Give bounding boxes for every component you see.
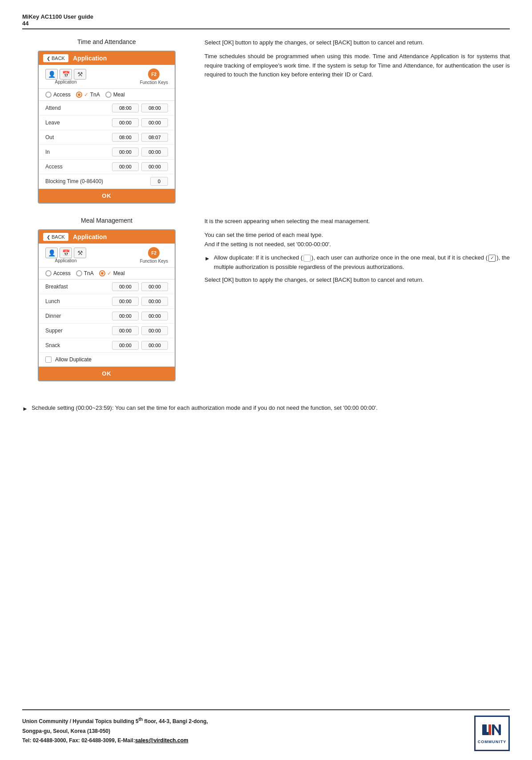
attend-val1[interactable] [112,104,139,112]
schedule-text: Schedule setting (00:00~23:59): You can … [32,404,378,413]
data-row-out: Out [39,130,175,145]
radio-meal-2[interactable]: ✓ Meal [99,270,125,276]
supper-val1[interactable] [112,326,139,335]
breakfast-val1[interactable] [112,282,139,291]
leave-label: Leave [45,120,109,126]
icon-group-left-2: 👤 📅 ⚒ Application [45,248,86,263]
logo-text: COMMUNITY [478,740,507,744]
dinner-val2[interactable] [141,312,168,320]
out-val2[interactable] [141,133,168,142]
icon-calendar: 📅 [60,69,72,80]
back-button-1[interactable]: ❮ BACK [43,54,68,62]
device1-header: ❮ BACK Application [39,52,175,65]
icon-calendar-2: 📅 [60,248,72,258]
device2: ❮ BACK Application 👤 📅 ⚒ [38,229,176,381]
breakfast-label: Breakfast [45,284,109,290]
main-content: Time and Attendance ❮ BACK Application [22,38,510,696]
section1-desc1: Select [OK] button to apply the changes,… [204,38,510,48]
ok-button-1[interactable]: OK [39,189,175,203]
data-row-lunch: Lunch [39,294,175,309]
schedule-bullet-arrow-icon: ► [22,404,28,414]
footer-logo: COMMUNITY [474,716,510,751]
leave-val2[interactable] [141,118,168,127]
section2-desc4: Select [OK] button to apply the changes,… [204,276,510,285]
radio-meal-label-2: Meal [113,270,125,276]
blocking-input[interactable] [150,177,168,186]
in-val2[interactable] [141,148,168,156]
snack-val2[interactable] [141,341,168,350]
allow-duplicate-checkbox[interactable] [45,356,52,363]
doc-title: MiKey AC1100 User guide [22,13,510,20]
allow-duplicate-label: Allow Duplicate [55,356,92,363]
dinner-label: Dinner [45,313,109,319]
ok-button-2[interactable]: OK [39,367,175,380]
doc-header: MiKey AC1100 User guide 44 [22,13,510,29]
schedule-bullet: ► Schedule setting (00:00~23:59): You ca… [22,404,510,414]
data-row-attend: Attend [39,101,175,116]
attend-label: Attend [45,105,109,111]
device1: ❮ BACK Application 👤 📅 ⚒ [38,51,176,204]
leave-val1[interactable] [112,118,139,127]
section1-desc2: Time schedules should be programmed when… [204,52,510,80]
out-val1[interactable] [112,133,139,142]
footer-address: Songpa-gu, Seoul, Korea (138-050) [22,728,110,734]
app-icon-label-1: Application [55,80,77,84]
access-row-label: Access [45,164,109,170]
back-label-1: BACK [52,56,65,61]
supper-val2[interactable] [141,326,168,335]
logo-svg [481,723,503,739]
radio-tna-2[interactable]: TnA [76,270,94,276]
radio-meal-1[interactable]: Meal [105,92,125,98]
section2-desc2: You can set the time period of each meal… [204,231,510,249]
footer: Union Community / Hyundai Topics buildin… [22,709,510,751]
f2-badge-1: F2 [148,68,160,80]
footer-email-link[interactable]: sales@virditech.com [135,737,188,744]
radio-row-1: Access ✓ TnA Meal [39,89,175,101]
section2-right: It is the screen appearing when selectin… [204,217,510,289]
back-chevron-icon: ❮ [47,56,50,61]
bullet-text: Allow duplicate: If it is unchecked (), … [214,253,510,272]
supper-label: Supper [45,328,109,334]
radio-access-1[interactable]: Access [45,92,71,98]
footer-contact: Tel: 02-6488-3000, Fax: 02-6488-3099, E-… [22,737,188,744]
section1-left: Time and Attendance ❮ BACK Application [22,38,191,204]
app-label-2: Application [73,233,107,240]
access-val2[interactable] [141,162,168,171]
access-val1[interactable] [112,162,139,171]
icon-group-right-1: F2 Function Keys [140,68,168,85]
icon-tools-2: ⚒ [74,248,86,258]
bullet-allow-duplicate: ► Allow duplicate: If it is unchecked ()… [204,253,510,272]
radio-access-2[interactable]: Access [45,270,71,276]
lunch-val1[interactable] [112,297,139,306]
footer-line3: Tel: 02-6488-3000, Fax: 02-6488-3099, E-… [22,736,208,746]
back-label-2: BACK [52,234,65,240]
out-label: Out [45,134,109,140]
blocking-label: Blocking Time (0-86400) [45,178,150,184]
icon-people: 👤 [45,69,58,80]
check-tna-1: ✓ [84,92,88,98]
radio-tna-label-1: TnA [90,92,100,98]
svg-rect-6 [488,724,491,735]
footer-line1: Union Community / Hyundai Topics buildin… [22,716,208,727]
icon-people-2: 👤 [45,248,58,258]
doc-page: 44 [22,20,510,27]
radio-access-label-2: Access [53,270,71,276]
snack-val1[interactable] [112,341,139,350]
lunch-val2[interactable] [141,297,168,306]
dinner-val1[interactable] [112,312,139,320]
func-keys-label-2: Function Keys [140,259,168,264]
section1-right: Select [OK] button to apply the changes,… [204,38,510,84]
data-row-snack: Snack [39,338,175,353]
in-val1[interactable] [112,148,139,156]
attend-val2[interactable] [141,104,168,112]
icon-boxes-1: 👤 📅 ⚒ [45,69,86,80]
func-keys-label-1: Function Keys [140,80,168,85]
breakfast-val2[interactable] [141,282,168,291]
page: MiKey AC1100 User guide 44 Time and Atte… [0,0,532,760]
back-button-2[interactable]: ❮ BACK [43,233,68,241]
lunch-label: Lunch [45,298,109,304]
data-row-leave: Leave [39,116,175,130]
logo-inner: COMMUNITY [478,723,507,744]
snack-label: Snack [45,342,109,348]
radio-tna-1[interactable]: ✓ TnA [76,92,100,98]
